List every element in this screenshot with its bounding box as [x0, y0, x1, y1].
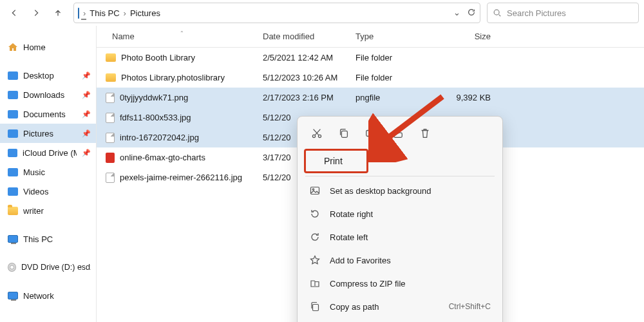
zip-icon — [309, 278, 321, 289]
refresh-icon[interactable] — [467, 8, 476, 19]
menu-item-label: Compress to ZIP file — [330, 279, 406, 289]
sidebar-item-label: Home — [23, 43, 46, 52]
sidebar-item-pictures[interactable]: Pictures📌 — [0, 124, 96, 143]
cut-icon[interactable] — [308, 124, 326, 142]
col-size[interactable]: Size — [433, 32, 497, 41]
file-size: 9,392 KB — [433, 93, 497, 102]
column-headers: ⌃Name Date modified Type Size — [97, 26, 644, 48]
search-input[interactable]: Search Pictures — [487, 3, 639, 23]
menu-item-add-favorites[interactable]: Add to Favorites — [301, 249, 498, 272]
forward-button[interactable] — [27, 4, 45, 22]
svg-point-0 — [494, 10, 499, 15]
home-icon — [8, 43, 18, 52]
sidebar-item-icloud[interactable]: iCloud Drive (M📌 — [0, 143, 96, 162]
sidebar-item-label: iCloud Drive (M — [23, 148, 77, 158]
svg-point-1 — [312, 135, 315, 137]
menu-item-rotate-right[interactable]: Rotate right — [301, 202, 498, 225]
menu-item-set-desktop-background[interactable]: Set as desktop background — [301, 179, 498, 202]
col-type[interactable]: Type — [355, 32, 433, 41]
file-type: pngfile — [355, 93, 433, 102]
menu-item-copy-as-path[interactable]: Copy as pathCtrl+Shift+C — [301, 295, 498, 318]
menu-item-rotate-left[interactable]: Rotate left — [301, 225, 498, 249]
music-icon — [8, 168, 18, 176]
sidebar-item-music[interactable]: Music — [0, 162, 96, 182]
file-type: File folder — [355, 73, 433, 82]
folder-icon — [106, 73, 116, 82]
pdf-icon — [106, 153, 115, 163]
picture-icon — [309, 185, 321, 196]
file-date: 5/12/2023 10:26 AM — [263, 73, 355, 82]
menu-item-label: Set as desktop background — [330, 186, 431, 196]
svg-point-2 — [318, 135, 321, 137]
pin-icon: 📌 — [82, 149, 91, 157]
col-label: Date modified — [263, 32, 314, 41]
col-name[interactable]: ⌃Name — [97, 32, 263, 41]
share-icon[interactable] — [389, 124, 407, 142]
table-row[interactable]: Photos Library.photoslibrary5/12/2023 10… — [97, 68, 644, 88]
sidebar-item-label: This PC — [23, 234, 53, 244]
sidebar-item-label: Music — [23, 167, 45, 177]
back-button[interactable] — [5, 4, 23, 22]
sidebar-item-home[interactable]: Home — [0, 37, 96, 57]
sidebar-item-downloads[interactable]: Downloads📌 — [0, 85, 96, 104]
file-name: pexels-jaime-reimer-2662116.jpg — [120, 173, 242, 182]
menu-item-label: Rotate left — [330, 232, 368, 242]
svg-rect-3 — [341, 131, 347, 137]
search-placeholder: Search Pictures — [507, 8, 566, 18]
menu-item-label: Print — [324, 156, 343, 166]
file-name: 0tyjjyyddwk71.png — [120, 93, 188, 102]
star-icon — [309, 254, 321, 266]
col-date[interactable]: Date modified — [263, 32, 355, 41]
pc-icon — [8, 235, 18, 243]
dvd-icon — [8, 263, 16, 272]
table-row[interactable]: Photo Booth Library2/5/2021 12:42 AMFile… — [97, 48, 644, 68]
col-label: Type — [355, 32, 374, 41]
separator — [305, 176, 495, 176]
chevron-right-icon: › — [124, 8, 126, 18]
address-bar[interactable]: › This PC › Pictures ⌄ — [73, 3, 480, 23]
up-button[interactable] — [49, 4, 67, 22]
menu-item-label: Rotate right — [330, 209, 373, 219]
breadcrumb-this-pc[interactable]: This PC — [90, 8, 119, 18]
svg-rect-6 — [311, 187, 319, 194]
col-label: Name — [112, 32, 135, 41]
sidebar-item-documents[interactable]: Documents📌 — [0, 104, 96, 124]
sidebar-item-this-pc[interactable]: This PC — [0, 229, 96, 249]
copy-path-icon — [309, 301, 321, 312]
history-dropdown-icon[interactable]: ⌄ — [453, 8, 460, 19]
file-name: fdfs11-800x533.jpg — [120, 113, 191, 122]
navigation-bar: › This PC › Pictures ⌄ Search Pictures — [0, 0, 644, 26]
rotate-right-icon — [309, 208, 321, 220]
pin-icon: 📌 — [82, 91, 91, 99]
sidebar-item-label: Desktop — [23, 71, 54, 80]
file-date: 2/17/2023 2:16 PM — [263, 93, 355, 102]
pin-icon: 📌 — [82, 129, 91, 138]
downloads-icon — [8, 91, 18, 99]
menu-item-label: Add to Favorites — [330, 256, 391, 265]
delete-icon[interactable] — [416, 124, 434, 142]
sidebar-item-writer[interactable]: writer — [0, 201, 96, 220]
shortcut-label: Ctrl+Shift+C — [449, 302, 491, 311]
videos-icon — [8, 187, 18, 196]
sidebar-item-dvd[interactable]: DVD Drive (D:) esd2i — [0, 258, 96, 277]
copy-icon[interactable] — [335, 124, 353, 142]
file-icon — [106, 173, 115, 183]
menu-item-compress-zip[interactable]: Compress to ZIP file — [301, 272, 498, 295]
rename-icon[interactable] — [362, 124, 380, 142]
sidebar-item-videos[interactable]: Videos — [0, 182, 96, 201]
file-type: File folder — [355, 53, 433, 62]
search-icon — [493, 8, 502, 17]
sidebar-item-desktop[interactable]: Desktop📌 — [0, 66, 96, 85]
context-menu-toolbar — [301, 120, 498, 149]
documents-icon — [8, 110, 18, 118]
svg-rect-4 — [366, 131, 374, 137]
table-row[interactable]: 0tyjjyyddwk71.png2/17/2023 2:16 PMpngfil… — [97, 88, 644, 108]
sidebar-item-label: DVD Drive (D:) esd2i — [21, 263, 91, 272]
menu-item-properties[interactable]: PropertiesAlt+Enter — [301, 318, 498, 322]
menu-item-print[interactable]: Print — [304, 149, 368, 173]
sidebar-item-label: Downloads — [23, 90, 64, 100]
breadcrumb-pictures[interactable]: Pictures — [130, 8, 160, 18]
sidebar-item-label: Documents — [23, 109, 66, 119]
sidebar-item-network[interactable]: Network — [0, 286, 96, 305]
file-icon — [106, 133, 115, 143]
